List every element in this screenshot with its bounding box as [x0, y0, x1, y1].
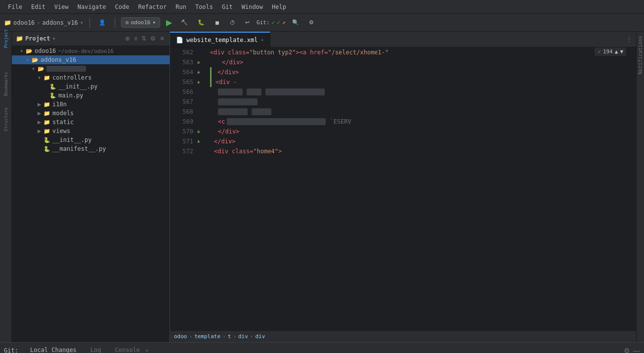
expand-arrow: ▾ [26, 56, 32, 63]
blurred-1 [218, 88, 243, 95]
up-count-badge: ✓ 194 ▲ ▼ [595, 47, 626, 56]
line-num-572: 572 [170, 146, 193, 156]
panel-settings-btn[interactable]: ⚙ [149, 34, 157, 43]
blurred-6 [252, 108, 271, 115]
breadcrumb-div1[interactable]: div [238, 333, 248, 340]
close-tab-icon[interactable]: ✕ [261, 37, 264, 43]
line-num-563: 563 [170, 57, 193, 67]
tree-label-manifest: __manifest__.py [52, 145, 106, 152]
gutter: ▲ ▲ ▲ ▲ ▲ [197, 47, 206, 330]
menu-file[interactable]: File [4, 2, 26, 12]
tree-item-odoo16[interactable]: ▾ 📂 odoo16 ~/odoo-dev/odoo16 [12, 46, 170, 55]
branch-dot-icon: ⊙ [126, 19, 129, 26]
settings-btn[interactable]: ⚙ [306, 18, 317, 27]
settings-icon[interactable]: ⚙ [624, 347, 630, 353]
gutter-572 [197, 146, 206, 156]
line-num-571: 571 [170, 136, 193, 146]
menu-help[interactable]: Help [268, 2, 290, 12]
tree-label-addons: addons_v16 [41, 56, 76, 63]
folder-icon: 📂 [38, 66, 44, 72]
branch-selector[interactable]: ⊙ odoo16 ▾ [121, 17, 160, 28]
main-layout: Project Bookmarks Structure 📁 Project ▾ … [0, 32, 644, 342]
tree-item-controllers[interactable]: ▾ 📁 controllers [12, 73, 170, 82]
tree-item-i18n[interactable]: ▶ 📁 i18n [12, 100, 170, 109]
tree-item-models[interactable]: ▶ 📁 models [12, 109, 170, 118]
tree-item-manifest[interactable]: 🐍 __manifest__.py [12, 144, 170, 153]
gutter-564: ▲ [197, 67, 206, 77]
code-content[interactable]: <div class="button typ2"><a href="/selec… [206, 47, 636, 330]
tree-label-init2: __init__.py [52, 136, 91, 143]
arrow-down: ▼ [620, 48, 623, 55]
xml-file-icon: 📄 [176, 37, 183, 44]
branch-name: odoo16 [131, 19, 151, 26]
project-selector[interactable]: 📁 odoo16 › addons_v16 ▾ [4, 19, 84, 26]
menu-view[interactable]: View [50, 2, 73, 12]
close-panel-btn[interactable]: ✕ [159, 34, 166, 43]
code-line-565: <div - [210, 77, 636, 87]
tree-item-main[interactable]: 🐍 main.py [12, 91, 170, 100]
menu-git[interactable]: Git [218, 2, 237, 12]
git-check1: ✓ [272, 19, 275, 26]
debug-btn[interactable]: 🐛 [195, 18, 208, 27]
menu-navigate[interactable]: Navigate [74, 2, 110, 12]
tab-console[interactable]: Console ✕ [111, 345, 153, 353]
tree-item-addons-v16[interactable]: ▾ 📂 addons_v16 [12, 55, 170, 64]
menu-code[interactable]: Code [111, 2, 133, 12]
breadcrumb-odoo[interactable]: odoo [174, 333, 187, 340]
menu-tools[interactable]: Tools [191, 2, 217, 12]
tree-label-views: views [52, 128, 70, 134]
check-icon: ✓ [598, 48, 601, 55]
tree-item-static[interactable]: ▶ 📁 static [12, 118, 170, 127]
history-btn[interactable]: ⏱ [227, 18, 238, 27]
breadcrumb: odoo › template › t › div › div [170, 330, 636, 342]
breadcrumb-t[interactable]: t [228, 333, 231, 340]
search-btn[interactable]: 🔍 [289, 18, 302, 27]
close-console-icon[interactable]: ✕ [145, 348, 148, 353]
toolbar-profile-btn[interactable]: 👤 [96, 18, 109, 27]
tab-log[interactable]: Log [86, 345, 105, 353]
folder-icon: 📁 [43, 101, 50, 108]
more-tabs-btn[interactable]: ⋮ [622, 36, 636, 43]
tree-item-init-root[interactable]: 🐍 __init__.py [12, 135, 170, 144]
line-num-562: 562 [170, 47, 193, 57]
menu-window[interactable]: Window [238, 2, 267, 12]
folder-icon: 📁 [43, 128, 50, 134]
collapse-all-btn[interactable]: ≡ [133, 34, 138, 43]
py-icon: 🐍 [43, 137, 50, 143]
toolbar-sep2 [115, 18, 115, 28]
tree-item-blurred[interactable]: ▾ 📂 [12, 64, 170, 73]
code-line-566 [210, 87, 636, 97]
tab-local-changes[interactable]: Local Changes [26, 345, 81, 353]
minimize-icon[interactable]: — [633, 347, 640, 353]
menu-run[interactable]: Run [172, 2, 190, 12]
expand-arrow: ▾ [32, 65, 38, 72]
project-icon[interactable]: Project [1, 34, 11, 44]
git-push-arrow: ↗ [282, 19, 286, 26]
tab-website-template[interactable]: 📄 website_template.xml ✕ [170, 32, 270, 47]
line-num-566: 566 [170, 87, 193, 97]
code-line-570: </div> [210, 127, 636, 136]
sort-btn[interactable]: ⇅ [140, 34, 147, 43]
run-button[interactable]: ▶ [164, 18, 174, 27]
structure-icon[interactable]: Structure [1, 115, 11, 125]
tree-item-views[interactable]: ▶ 📁 views [12, 127, 170, 135]
locate-file-btn[interactable]: ⊕ [124, 34, 131, 43]
expand-arrow: ▾ [20, 47, 26, 54]
gutter-568 [197, 107, 206, 117]
gutter-562 [197, 47, 206, 57]
menu-refactor[interactable]: Refactor [134, 2, 171, 12]
notifications-label: Notifications [638, 36, 643, 74]
chevron-down-icon: ▾ [80, 19, 84, 26]
gutter-571: ▲ [197, 136, 206, 146]
tree-item-init-controllers[interactable]: 🐍 __init__.py [12, 82, 170, 91]
stop-btn[interactable]: ⏹ [212, 18, 223, 27]
chevron-down-icon: ▾ [52, 35, 56, 42]
tree-path: ~/odoo-dev/odoo16 [58, 48, 114, 54]
menu-edit[interactable]: Edit [27, 2, 49, 12]
breadcrumb-div2[interactable]: div [255, 333, 265, 340]
breadcrumb-template[interactable]: template [194, 333, 220, 340]
arrow-up: ▲ [615, 48, 618, 55]
bookmarks-icon[interactable]: Bookmarks [1, 79, 11, 89]
undo-btn[interactable]: ↩ [242, 18, 253, 27]
build-btn[interactable]: 🔨 [178, 18, 191, 27]
